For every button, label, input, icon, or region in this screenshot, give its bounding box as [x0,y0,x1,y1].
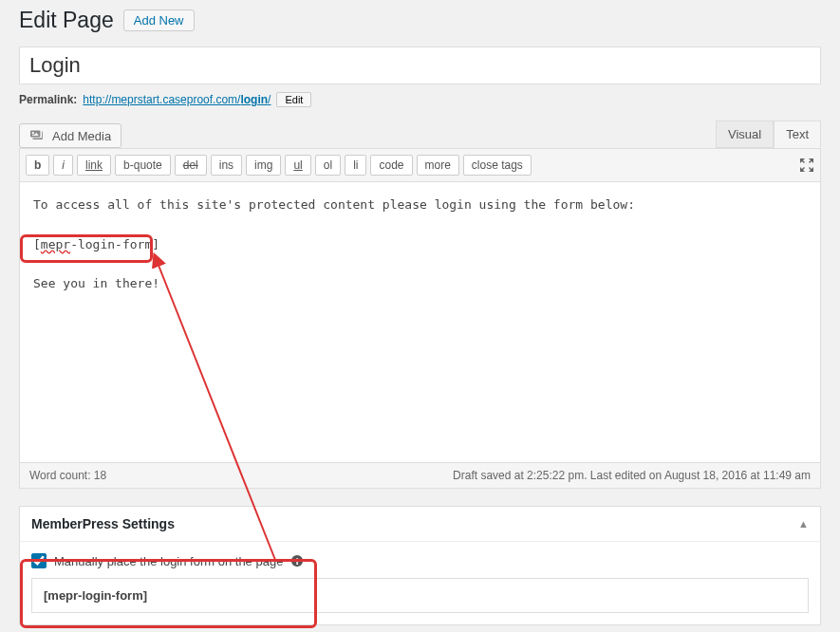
tab-visual[interactable]: Visual [716,121,774,148]
word-count: 18 [94,469,106,482]
word-count-label: Word count: [29,469,94,482]
fullscreen-icon[interactable] [799,158,814,173]
permalink-edit-button[interactable]: Edit [276,92,311,107]
page-title: Edit Page [19,8,114,33]
toolbar-link[interactable]: link [77,155,111,176]
toolbar-ul[interactable]: ul [285,155,310,176]
permalink-row: Permalink: http://meprstart.caseproof.co… [19,92,821,107]
toolbar-b[interactable]: b [26,155,49,176]
page-title-input[interactable] [19,46,821,84]
editor-textarea[interactable]: To access all of this site's protected c… [19,182,821,463]
add-media-label: Add Media [52,129,111,143]
toolbar-ol[interactable]: ol [315,155,341,176]
toolbar-del[interactable]: del [175,155,207,176]
draft-saved: Draft saved at 2:25:22 pm. [453,469,590,482]
svg-point-0 [37,134,45,141]
editor-toolbar: b i link b-quote del ins img ul ol li co… [19,148,821,182]
annotation-highlight-metabox [20,559,317,628]
toolbar-li[interactable]: li [345,155,366,176]
permalink-link[interactable]: http://meprstart.caseproof.com/login/ [83,93,271,106]
toolbar-more[interactable]: more [417,155,459,176]
media-icon [29,128,47,143]
permalink-label: Permalink: [19,93,77,106]
metabox-toggle-icon[interactable]: ▲ [798,518,809,530]
tab-text[interactable]: Text [774,121,821,148]
last-edited: Last edited on August 18, 2016 at 11:49 … [590,469,811,482]
add-media-button[interactable]: Add Media [19,123,121,148]
toolbar-close-tags[interactable]: close tags [463,155,532,176]
toolbar-img[interactable]: img [246,155,281,176]
toolbar-i[interactable]: i [53,155,73,176]
toolbar-code[interactable]: code [370,155,412,176]
add-new-button[interactable]: Add New [123,9,195,31]
toolbar-ins[interactable]: ins [211,155,242,176]
annotation-highlight-editor [20,234,153,263]
toolbar-bquote[interactable]: b-quote [115,155,171,176]
metabox-title: MemberPress Settings [31,516,175,531]
editor-status-bar: Word count: 18 Draft saved at 2:25:22 pm… [19,463,821,489]
